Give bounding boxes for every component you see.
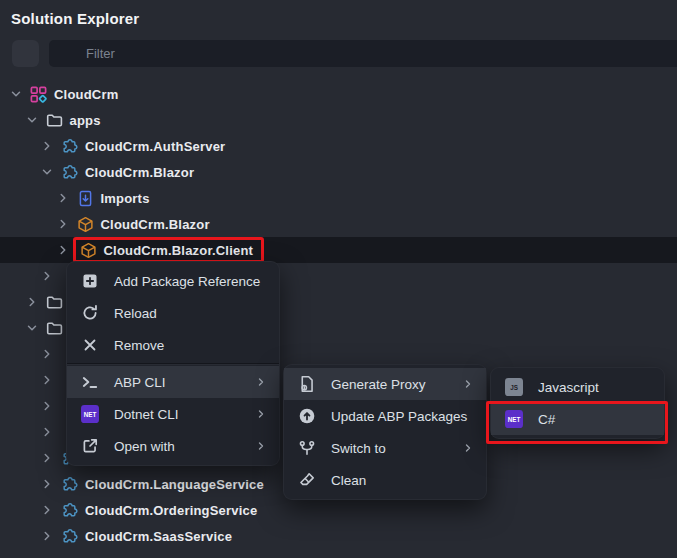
menu-item-switch-to[interactable]: Switch to bbox=[284, 432, 486, 464]
tree-item-label: CloudCrm.AuthServer bbox=[85, 139, 225, 154]
chevron-down-icon[interactable] bbox=[25, 113, 39, 127]
menu-item-label: ABP CLI bbox=[114, 375, 166, 390]
tree-row-cloudcrm-blazor[interactable]: CloudCrm.Blazor bbox=[0, 211, 677, 237]
module-icon bbox=[61, 164, 78, 181]
svg-text:NET: NET bbox=[84, 411, 97, 418]
selection-highlight-frame: CloudCrm.Blazor.Client bbox=[73, 237, 265, 263]
menu-item-label: Dotnet CLI bbox=[114, 407, 179, 422]
chevron-right-icon[interactable] bbox=[40, 139, 54, 153]
tree-item-label: CloudCrm.Blazor bbox=[101, 217, 210, 232]
csharp-icon: NET bbox=[505, 410, 523, 428]
submenu-arrow-icon bbox=[255, 408, 267, 420]
tree-item-label: CloudCrm bbox=[54, 87, 118, 102]
abp-cli-submenu: Generate ProxyUpdate ABP PackagesSwitch … bbox=[283, 364, 487, 500]
chevron-right-icon[interactable] bbox=[40, 269, 54, 283]
tree-item-label: CloudCrm.SaasService bbox=[85, 529, 232, 544]
menu-item-open-with[interactable]: Open with bbox=[67, 430, 279, 462]
chevron-right-icon[interactable] bbox=[40, 347, 54, 361]
menu-item-remove[interactable]: Remove bbox=[67, 329, 279, 361]
menu-item-generate-proxy[interactable]: Generate Proxy bbox=[284, 368, 486, 400]
terminal-icon bbox=[81, 373, 99, 391]
menu-item-abp-cli[interactable]: ABP CLI bbox=[67, 366, 279, 398]
menu-item-dotnet-cli[interactable]: NETDotnet CLI bbox=[67, 398, 279, 430]
menu-item-label: Add Package Reference bbox=[114, 274, 260, 289]
collapse-all-button[interactable] bbox=[12, 40, 39, 67]
chevron-right-icon[interactable] bbox=[40, 425, 54, 439]
chevron-right-icon[interactable] bbox=[25, 295, 39, 309]
module-icon bbox=[61, 502, 78, 519]
chevron-right-icon[interactable] bbox=[40, 373, 54, 387]
module-icon bbox=[61, 476, 78, 493]
menu-item-c#[interactable]: NETC# bbox=[491, 403, 664, 435]
toolbar bbox=[12, 40, 677, 67]
update-abp-icon bbox=[298, 407, 316, 425]
submenu-arrow-icon bbox=[255, 376, 267, 388]
submenu-arrow-icon bbox=[462, 378, 474, 390]
remove-icon bbox=[81, 336, 99, 354]
filter-input[interactable] bbox=[84, 45, 677, 62]
context-menu: Add Package ReferenceReloadRemoveABP CLI… bbox=[66, 261, 280, 466]
menu-item-javascript[interactable]: JSJavascript bbox=[491, 371, 664, 403]
menu-item-label: Switch to bbox=[331, 441, 386, 456]
add-package-icon bbox=[81, 272, 99, 290]
tree-row-imports[interactable]: Imports bbox=[0, 185, 677, 211]
tree-row-cloudcrm[interactable]: CloudCrm bbox=[0, 81, 677, 107]
tree-row-cloudcrm-blazor-client[interactable]: CloudCrm.Blazor.Client bbox=[0, 237, 677, 263]
chevron-right-icon[interactable] bbox=[56, 243, 70, 257]
menu-item-label: Open with bbox=[114, 439, 175, 454]
switch-to-icon bbox=[298, 439, 316, 457]
menu-item-update-abp-packages[interactable]: Update ABP Packages bbox=[284, 400, 486, 432]
folder-icon bbox=[46, 294, 63, 311]
menu-item-clean[interactable]: Clean bbox=[284, 464, 486, 496]
submenu-arrow-icon bbox=[255, 440, 267, 452]
tree-item-label: CloudCrm.LanguageService bbox=[85, 477, 264, 492]
package-icon bbox=[80, 242, 97, 259]
chevron-right-icon[interactable] bbox=[40, 399, 54, 413]
open-with-icon bbox=[81, 437, 99, 455]
tree-item-label: apps bbox=[70, 113, 101, 128]
chevron-right-icon[interactable] bbox=[56, 191, 70, 205]
chevron-right-icon[interactable] bbox=[40, 503, 54, 517]
collapse-all-icon bbox=[17, 45, 34, 62]
tree-row-cloudcrm-saasservice[interactable]: CloudCrm.SaasService bbox=[0, 523, 677, 549]
chevron-down-icon[interactable] bbox=[25, 321, 39, 335]
menu-item-add-package-reference[interactable]: Add Package Reference bbox=[67, 265, 279, 297]
chevron-right-icon[interactable] bbox=[56, 217, 70, 231]
javascript-icon: JS bbox=[505, 378, 523, 396]
imports-icon bbox=[77, 190, 94, 207]
tree-row-cloudcrm-orderingservice[interactable]: CloudCrm.OrderingService bbox=[0, 497, 677, 523]
solution-explorer-panel: Solution Explorer CloudCrmappsCloudCrm.A… bbox=[0, 0, 677, 558]
chevron-down-icon[interactable] bbox=[40, 165, 54, 179]
page-title: Solution Explorer bbox=[11, 10, 139, 27]
chevron-right-icon[interactable] bbox=[40, 451, 54, 465]
menu-item-label: Remove bbox=[114, 338, 164, 353]
chevron-right-icon[interactable] bbox=[40, 477, 54, 491]
chevron-down-icon[interactable] bbox=[9, 87, 23, 101]
tree-item-label: CloudCrm.Blazor bbox=[85, 165, 194, 180]
chevron-right-icon[interactable] bbox=[40, 529, 54, 543]
titlebar: Solution Explorer bbox=[0, 0, 677, 36]
menu-item-reload[interactable]: Reload bbox=[67, 297, 279, 329]
svg-text:NET: NET bbox=[508, 416, 521, 423]
package-icon bbox=[77, 216, 94, 233]
module-icon bbox=[61, 528, 78, 545]
tree-row-apps[interactable]: apps bbox=[0, 107, 677, 133]
tree-item-label: Imports bbox=[101, 191, 150, 206]
folder-icon bbox=[46, 112, 63, 129]
tree-row-cloudcrm-blazor[interactable]: CloudCrm.Blazor bbox=[0, 159, 677, 185]
menu-divider bbox=[67, 363, 279, 364]
menu-item-label: Javascript bbox=[538, 380, 599, 395]
folder-icon bbox=[46, 320, 63, 337]
menu-item-label: Generate Proxy bbox=[331, 377, 426, 392]
menu-item-label: Reload bbox=[114, 306, 157, 321]
solution-icon bbox=[30, 86, 47, 103]
search-icon bbox=[60, 46, 75, 61]
filter-search-bar[interactable] bbox=[49, 40, 677, 67]
menu-item-label: C# bbox=[538, 412, 555, 427]
tree-item-label: CloudCrm.Blazor.Client bbox=[104, 243, 254, 258]
generate-proxy-icon bbox=[298, 375, 316, 393]
generate-proxy-submenu: JSJavascriptNETC# bbox=[490, 367, 665, 439]
menu-item-label: Clean bbox=[331, 473, 366, 488]
reload-icon bbox=[81, 304, 99, 322]
tree-row-cloudcrm-authserver[interactable]: CloudCrm.AuthServer bbox=[0, 133, 677, 159]
